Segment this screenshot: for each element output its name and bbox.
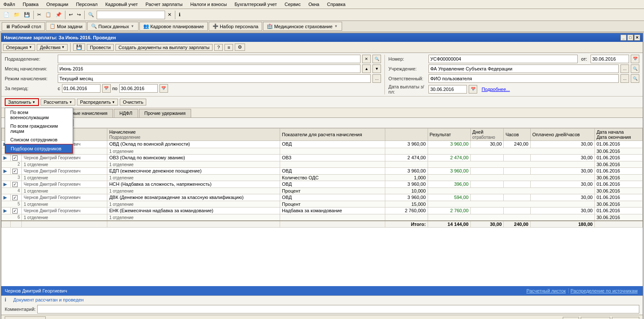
period-to-cal[interactable]: 📅 (160, 84, 168, 93)
edit-btn[interactable]: ✏ Исправить ▼ (5, 316, 46, 319)
row-days (470, 194, 504, 201)
tab-medical-arrow[interactable]: ▼ (334, 24, 338, 28)
row-checkbox[interactable]: ✓ (11, 155, 22, 161)
help-btn[interactable]: ? (214, 44, 223, 51)
menu-operations[interactable]: Операции (44, 1, 70, 8)
menu-service[interactable]: Сервис (283, 1, 303, 8)
menu-salary-calc[interactable]: Расчет зарплаты (144, 1, 184, 8)
menu-kadry[interactable]: Кадровый учет (103, 1, 139, 8)
mes-down-btn[interactable]: ▲ (362, 64, 371, 73)
toolbar-copy[interactable]: 📋 (44, 11, 53, 19)
raschetny-listok-link[interactable]: Расчетный листок (525, 288, 567, 293)
uchrejdenie-q[interactable]: 🔍 (631, 64, 639, 73)
table-row[interactable]: ▶Чернов Дмитрий ГеоргиевичОВД (Оклад по … (2, 141, 643, 148)
tab-search[interactable]: 🔍 Поиск данных ▼ (87, 22, 139, 31)
toolbar-info[interactable]: ℹ (177, 11, 182, 19)
row-checkbox[interactable]: ✓ (11, 181, 22, 188)
tab-medical[interactable]: 🏥 Медицинское страхование ▼ (263, 22, 342, 31)
row-arrow[interactable]: ▶ (2, 155, 11, 161)
save-btn[interactable]: Записать (581, 317, 610, 319)
row-checkbox[interactable]: ✓ (11, 168, 22, 175)
window-close[interactable]: ✕ (634, 35, 640, 41)
mes-up-btn[interactable]: ▼ (372, 64, 381, 73)
uchrejdenie-input[interactable] (428, 64, 619, 73)
raspredelenie-link[interactable]: Распределение по источникам (568, 288, 639, 293)
data-vyplaty-cal[interactable]: 📅 (469, 85, 477, 94)
ochistit-btn[interactable]: Очистить (120, 99, 146, 105)
toolbar-undo[interactable]: ↩ (67, 11, 74, 19)
menu-taxes[interactable]: Налоги и взносы (189, 1, 229, 8)
menu-file[interactable]: Файл (2, 1, 17, 8)
table-row[interactable]: ▶✓Чернов Дмитрий ГеоргиевичНСН (Надбавка… (2, 181, 643, 188)
zapolnit-item-1[interactable]: По всем гражданским лицам (5, 122, 73, 135)
zapolnit-item-2[interactable]: Списком сотрудников (5, 135, 73, 144)
operation-btn[interactable]: Операция ▼ (3, 44, 35, 51)
tab-desktop[interactable]: 🖥 Рабочий стол (2, 22, 45, 31)
menu-edit[interactable]: Правка (21, 1, 40, 8)
save-icon-btn[interactable]: 💾 (73, 44, 85, 51)
zapolnit-btn[interactable]: Заполнить ▼ (5, 98, 39, 106)
menu-personal[interactable]: Персонал (74, 1, 100, 8)
nomer-input[interactable] (428, 55, 578, 63)
toolbar-paste[interactable]: 📌 (54, 11, 63, 19)
toolbar-search-input[interactable] (97, 11, 165, 19)
toolbar-search-clear[interactable]: ✕ (166, 11, 173, 19)
ot-input[interactable] (591, 55, 629, 63)
window-minimize[interactable]: _ (620, 35, 626, 41)
uchrejdenie-search[interactable]: … (620, 64, 629, 73)
toolbar-search[interactable]: 🔍 (86, 11, 96, 19)
rezhim-btn[interactable]: … (372, 74, 381, 83)
otvetstvenny-search[interactable]: … (620, 74, 629, 83)
close-btn[interactable]: Закрыть (612, 317, 639, 319)
tab-search-arrow[interactable]: ▼ (130, 24, 135, 28)
tab-other[interactable]: Прочие удержания (139, 109, 191, 117)
ot-cal[interactable]: 📅 (631, 55, 639, 63)
rasschitat-btn[interactable]: Рассчитать ▼ (41, 99, 75, 105)
comment-input[interactable] (37, 305, 639, 313)
menu-windows[interactable]: Окна (307, 1, 321, 8)
row-checkbox[interactable]: ✓ (11, 208, 22, 214)
zapolnit-item-3[interactable]: Подбором сотрудников (5, 144, 73, 153)
create-docs-btn[interactable]: Создать документы на выплату зарплаты (115, 44, 213, 51)
podrazdelenie-input[interactable] (58, 55, 360, 63)
table-row[interactable]: ▶✓Чернов Дмитрий ГеоргиевичЕДП (ежемесяч… (2, 168, 643, 175)
period-from-cal[interactable]: 📅 (102, 84, 111, 93)
rezhim-input[interactable] (58, 74, 371, 83)
period-to-input[interactable] (119, 84, 158, 93)
provesti-btn[interactable]: Провести (87, 44, 114, 51)
toolbar-save[interactable]: 💾 (22, 11, 32, 19)
otvetstvenny-q[interactable]: 🔍 (631, 74, 639, 83)
list-btn[interactable]: ≡ (225, 44, 233, 51)
podrazdelenie-clear-btn[interactable]: ✕ (362, 55, 371, 63)
toolbar-redo[interactable]: ↪ (75, 11, 83, 19)
data-vyplaty-input[interactable] (428, 85, 467, 94)
tab-hr-planning[interactable]: 👥 Кадровое планирование (139, 22, 208, 31)
table-row[interactable]: ▶✓Чернов Дмитрий ГеоргиевичДВК (Денежное… (2, 194, 643, 201)
toolbar-cut[interactable]: ✂ (35, 11, 43, 19)
zapolnit-item-0[interactable]: По всем военнослужащим (5, 108, 73, 122)
table-row[interactable]: ▶✓Чернов Дмитрий ГеоргиевичОВЗ (Оклад по… (2, 155, 643, 161)
menu-accounting[interactable]: Бухгалтерский учет (233, 1, 278, 8)
tab-ndfl[interactable]: НДФЛ (114, 109, 138, 117)
podrazdelenie-search-btn[interactable]: 🔍 (372, 55, 381, 63)
row-arrow[interactable]: ▶ (2, 181, 11, 188)
row-arrow[interactable]: ▶ (2, 208, 11, 214)
toolbar-open[interactable]: 📁 (12, 11, 21, 19)
row-arrow[interactable]: ▶ (2, 194, 11, 201)
tab-recruitment[interactable]: ➕ Набор персонала (209, 22, 262, 31)
row-arrow[interactable]: ▶ (2, 168, 11, 175)
table-row[interactable]: ▶✓Чернов Дмитрий ГеоргиевичЕНК (Ежемесяч… (2, 208, 643, 214)
podrobnee-link[interactable]: Подробнее... (482, 87, 510, 92)
ok-btn[interactable]: OK (563, 317, 579, 319)
otvetstvenny-input[interactable] (428, 74, 619, 83)
tab-tasks[interactable]: 📋 Мои задачи (46, 22, 86, 31)
window-maximize[interactable]: □ (627, 35, 633, 41)
row-checkbox[interactable]: ✓ (11, 194, 22, 201)
mes-input[interactable] (58, 64, 360, 73)
period-from-input[interactable] (62, 84, 100, 93)
settings-btn[interactable]: ⚙ (235, 44, 245, 51)
actions-btn[interactable]: Действия ▼ (37, 44, 68, 51)
menu-help[interactable]: Справка (325, 1, 347, 8)
toolbar-new[interactable]: 📄 (2, 11, 11, 19)
raspredelit-btn[interactable]: Распределить ▼ (77, 99, 118, 105)
